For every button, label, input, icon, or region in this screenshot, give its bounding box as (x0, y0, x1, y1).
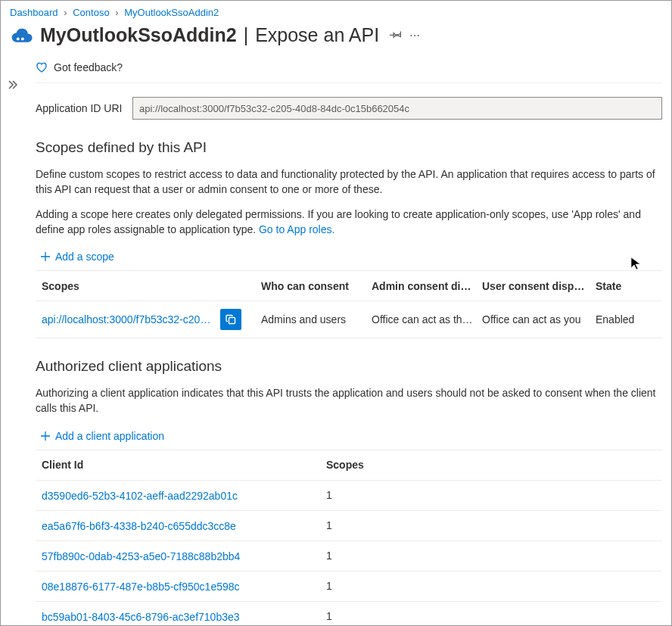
app-id-uri-input[interactable] (132, 97, 662, 120)
chevron-right-icon: › (115, 7, 118, 18)
col-admin-consent: Admin consent disp… (369, 273, 479, 300)
copy-icon (226, 314, 236, 325)
feedback-label: Got feedback? (54, 61, 123, 73)
table-row[interactable]: 57fb890c-0dab-4253-a5e0-7188c88b2bb4 1 (36, 541, 662, 571)
breadcrumb: Dashboard › Contoso › MyOutlookSsoAddin2 (1, 1, 671, 21)
add-scope-label: Add a scope (55, 251, 114, 263)
scopes-section-title: Scopes defined by this API (36, 139, 662, 156)
add-client-button[interactable]: Add a client application (40, 430, 662, 442)
col-state: State (593, 273, 653, 300)
go-to-app-roles-link[interactable]: Go to App roles. (259, 223, 334, 235)
table-header-row: Client Id Scopes (36, 450, 662, 481)
client-id-link[interactable]: d3590ed6-52b3-4102-aeff-aad2292ab01c (42, 490, 238, 502)
feedback-link[interactable]: Got feedback? (36, 57, 662, 83)
plus-icon (40, 251, 51, 262)
client-id-link[interactable]: ea5a67f6-b6f3-4338-b240-c655ddc3cc8e (42, 520, 236, 532)
plus-icon (40, 431, 51, 441)
title-app-name: MyOutlookSsoAddin2 (40, 24, 237, 45)
cell-admin-consent: Office can act as the u… (369, 306, 479, 333)
table-row[interactable]: d3590ed6-52b3-4102-aeff-aad2292ab01c 1 (36, 481, 662, 511)
col-client-scopes: Scopes (323, 451, 659, 478)
copy-button[interactable] (220, 309, 241, 330)
client-scope-count: 1 (323, 603, 659, 626)
table-row[interactable]: ea5a67f6-b6f3-4338-b240-c655ddc3cc8e 1 (36, 511, 662, 541)
add-scope-button[interactable]: Add a scope (40, 251, 662, 263)
more-icon[interactable]: ⋯ (409, 30, 422, 42)
cell-who: Admins and users (258, 306, 369, 333)
scope-link[interactable]: api://localhost:3000/f7b53c32-c205-40d… (42, 313, 216, 325)
client-id-link[interactable]: 08e18876-6177-487e-b8b5-cf950c1e598c (42, 581, 240, 593)
table-header-row: Scopes Who can consent Admin consent dis… (36, 271, 662, 301)
clients-desc: Authorizing a client application indicat… (36, 385, 662, 416)
clients-table: Client Id Scopes d3590ed6-52b3-4102-aeff… (36, 450, 662, 626)
cell-user-consent: Office can act as you (479, 306, 593, 333)
chevron-right-icon: › (64, 7, 67, 18)
scopes-desc-2: Adding a scope here creates only delegat… (36, 207, 662, 238)
col-who: Who can consent (258, 273, 369, 300)
title-page-name: Expose an API (255, 24, 379, 45)
client-scope-count: 1 (323, 481, 659, 509)
col-scopes: Scopes (39, 273, 258, 300)
col-client-id: Client Id (39, 451, 323, 478)
table-row[interactable]: bc59ab01-8403-45c6-8796-ac3ef710b3e3 1 (36, 602, 662, 626)
client-id-link[interactable]: bc59ab01-8403-45c6-8796-ac3ef710b3e3 (42, 611, 240, 623)
heart-icon (36, 61, 48, 73)
breadcrumb-item-dashboard[interactable]: Dashboard (10, 7, 58, 18)
app-cloud-icon (11, 27, 33, 44)
cell-state: Enabled (593, 306, 653, 333)
expand-sidebar-icon[interactable] (7, 79, 17, 92)
scopes-desc-1: Define custom scopes to restrict access … (36, 167, 662, 198)
scopes-table: Scopes Who can consent Admin consent dis… (36, 270, 662, 338)
col-user-consent: User consent displa… (479, 273, 593, 300)
page-title: MyOutlookSsoAddin2 | Expose an API (40, 24, 379, 46)
clients-section-title: Authorized client applications (36, 358, 662, 375)
breadcrumb-item-app[interactable]: MyOutlookSsoAddin2 (124, 7, 219, 18)
client-scope-count: 1 (323, 542, 659, 569)
client-scope-count: 1 (323, 512, 659, 539)
svg-point-1 (21, 37, 24, 40)
table-row[interactable]: 08e18876-6177-487e-b8b5-cf950c1e598c 1 (36, 571, 662, 602)
client-scope-count: 1 (323, 572, 659, 600)
svg-point-0 (17, 37, 20, 40)
client-id-link[interactable]: 57fb890c-0dab-4253-a5e0-7188c88b2bb4 (42, 550, 240, 562)
pin-icon[interactable] (390, 28, 402, 42)
table-row[interactable]: api://localhost:3000/f7b53c32-c205-40d… … (36, 301, 662, 338)
breadcrumb-item-contoso[interactable]: Contoso (73, 7, 109, 18)
add-client-label: Add a client application (55, 430, 164, 442)
app-id-uri-label: Application ID URI (36, 102, 132, 114)
svg-rect-2 (229, 318, 235, 324)
